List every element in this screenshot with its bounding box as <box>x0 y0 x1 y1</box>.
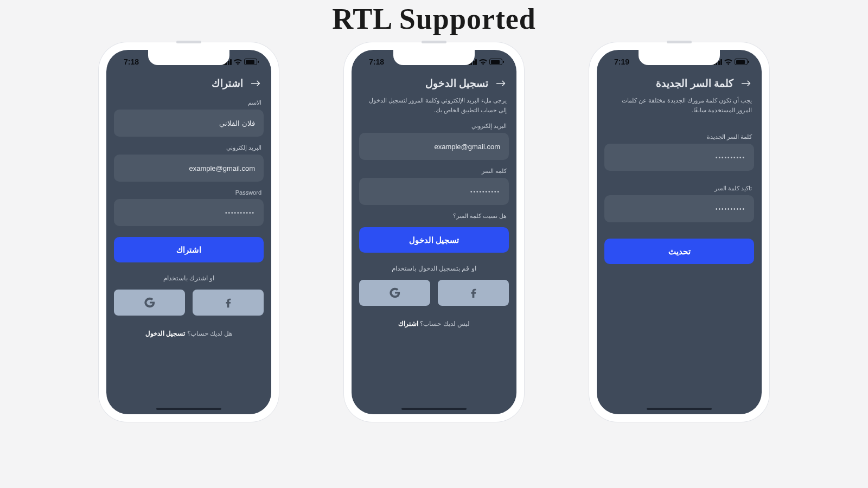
battery-icon <box>489 59 502 65</box>
page-title: RTL Supported <box>0 0 868 36</box>
status-icons <box>713 59 748 65</box>
social-divider: او اشترك باستخدام <box>114 262 264 290</box>
home-indicator <box>647 408 712 410</box>
speaker-slot <box>422 41 446 43</box>
update-button[interactable]: تحديث <box>604 239 754 264</box>
google-button[interactable] <box>114 290 185 316</box>
email-label: البريد إلكتروني <box>114 141 264 155</box>
arrow-right-icon[interactable] <box>496 80 506 87</box>
facebook-icon <box>222 297 234 309</box>
name-field[interactable] <box>114 110 264 137</box>
speaker-slot <box>667 41 692 43</box>
home-indicator <box>156 408 221 410</box>
status-bar: 7:19 <box>604 50 754 74</box>
phones-row: 7:18 اشتراك الاسم البريد إلكتروني Passwo… <box>0 42 868 422</box>
signup-button[interactable]: اشتراك <box>114 237 264 262</box>
cellular-icon <box>713 59 723 65</box>
phone-screen-signin: 7:18 تسجيل الدخول يرجى ملء البريد الإلكت… <box>352 50 516 414</box>
footer-text: هل لديك حساب؟ تسجيل الدخول <box>114 316 264 337</box>
cellular-icon <box>468 59 477 65</box>
screen-subtitle: يجب أن تكون كلمة مرورك الجديدة مختلفة عن… <box>604 96 754 119</box>
name-label: الاسم <box>114 96 264 110</box>
phone-frame-newpass: 7:19 كلمة السر الجديدة يجب أن تكون كلمة … <box>589 42 769 422</box>
speaker-slot <box>176 41 201 43</box>
facebook-button[interactable] <box>193 290 264 316</box>
footer-text: ليس لديك حساب؟ اشتراك <box>359 306 509 328</box>
confirmpass-field[interactable] <box>604 195 754 222</box>
status-icons <box>468 59 503 65</box>
facebook-icon <box>468 287 480 299</box>
phone-frame-signup: 7:18 اشتراك الاسم البريد إلكتروني Passwo… <box>99 42 279 422</box>
email-label: البريد إلكتروني <box>359 119 509 133</box>
arrow-right-icon[interactable] <box>741 80 751 87</box>
header-title: تسجيل الدخول <box>425 77 488 89</box>
arrow-right-icon[interactable] <box>251 80 260 87</box>
social-row <box>359 280 509 306</box>
battery-icon <box>244 59 257 65</box>
battery-icon <box>735 59 748 65</box>
status-time: 7:18 <box>369 57 384 66</box>
email-field[interactable] <box>114 155 264 182</box>
social-divider: او قم بتسجيل الدخول باستخدام <box>359 253 509 280</box>
password-field[interactable] <box>114 199 264 226</box>
password-label: كلمه السر <box>359 164 509 178</box>
status-time: 7:19 <box>614 57 629 66</box>
screen-header: اشتراك <box>114 74 264 96</box>
signin-button[interactable]: تسجيل الدخول <box>359 227 509 253</box>
cellular-icon <box>223 59 232 65</box>
phone-frame-signin: 7:18 تسجيل الدخول يرجى ملء البريد الإلكت… <box>344 42 524 422</box>
social-row <box>114 290 264 316</box>
footer-question: ليس لديك حساب؟ <box>420 320 470 328</box>
password-label: Password <box>114 186 264 199</box>
newpass-field[interactable] <box>604 144 754 171</box>
phone-screen-signup: 7:18 اشتراك الاسم البريد إلكتروني Passwo… <box>106 50 271 414</box>
facebook-button[interactable] <box>438 280 509 306</box>
header-title: كلمة السر الجديدة <box>656 77 733 89</box>
screen-header: كلمة السر الجديدة <box>604 74 754 96</box>
password-field[interactable] <box>359 178 509 205</box>
newpass-label: كلمة السر الجديدة <box>604 130 754 144</box>
email-field[interactable] <box>359 133 509 160</box>
status-bar: 7:18 <box>359 50 509 74</box>
screen-subtitle: يرجى ملء البريد الإلكتروني وكلمة المرور … <box>359 96 509 119</box>
wifi-icon <box>234 59 242 65</box>
status-icons <box>223 59 258 65</box>
forgot-password-link[interactable]: هل نسيت كلمة السر؟ <box>359 205 509 227</box>
google-button[interactable] <box>359 280 430 306</box>
google-icon <box>144 297 156 309</box>
status-time: 7:18 <box>124 57 139 66</box>
footer-question: هل لديك حساب؟ <box>187 330 233 337</box>
google-icon <box>389 287 401 299</box>
phone-screen-newpass: 7:19 كلمة السر الجديدة يجب أن تكون كلمة … <box>597 50 762 414</box>
screen-header: تسجيل الدخول <box>359 74 509 96</box>
status-bar: 7:18 <box>114 50 264 74</box>
wifi-icon <box>479 59 487 65</box>
confirmpass-label: تاكيد كلمة السر <box>604 182 754 195</box>
header-title: اشتراك <box>212 77 243 89</box>
footer-action-link[interactable]: اشتراك <box>398 320 418 328</box>
wifi-icon <box>724 59 732 65</box>
home-indicator <box>401 408 467 410</box>
footer-action-link[interactable]: تسجيل الدخول <box>145 330 185 337</box>
